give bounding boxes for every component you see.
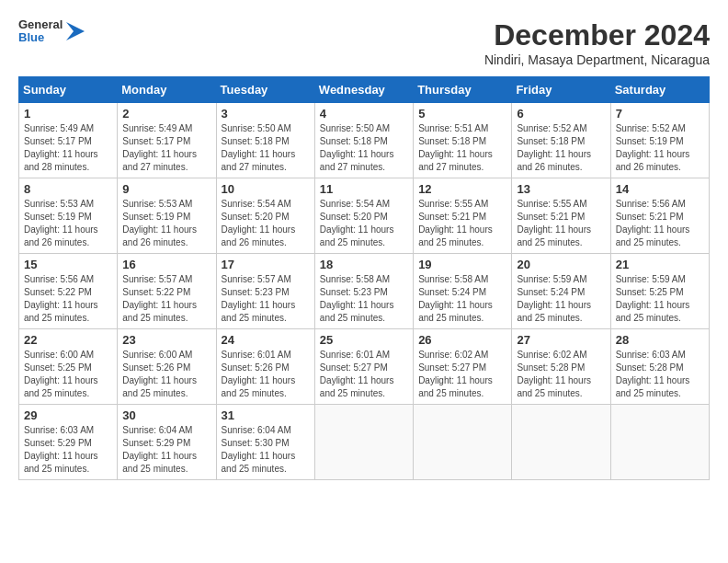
list-item	[414, 405, 512, 480]
day-info: Sunrise: 5:53 AM Sunset: 5:19 PM Dayligh…	[24, 198, 112, 249]
day-number: 22	[24, 333, 112, 347]
list-item: 26 Sunrise: 6:02 AM Sunset: 5:27 PM Dayl…	[414, 329, 512, 405]
logo: General Blue	[18, 18, 85, 45]
month-title: December 2024	[484, 18, 710, 52]
table-row: 29 Sunrise: 6:03 AM Sunset: 5:29 PM Dayl…	[19, 405, 710, 480]
list-item: 3 Sunrise: 5:50 AM Sunset: 5:18 PM Dayli…	[216, 103, 314, 178]
list-item: 31 Sunrise: 6:04 AM Sunset: 5:30 PM Dayl…	[216, 405, 314, 480]
day-info: Sunrise: 6:03 AM Sunset: 5:29 PM Dayligh…	[24, 424, 112, 476]
list-item: 9 Sunrise: 5:53 AM Sunset: 5:19 PM Dayli…	[118, 178, 216, 254]
day-info: Sunrise: 6:02 AM Sunset: 5:28 PM Dayligh…	[517, 349, 605, 400]
day-number: 31	[222, 408, 310, 422]
table-row: 8 Sunrise: 5:53 AM Sunset: 5:19 PM Dayli…	[19, 178, 710, 254]
col-tuesday: Tuesday	[216, 77, 314, 103]
day-info: Sunrise: 5:59 AM Sunset: 5:24 PM Dayligh…	[517, 273, 605, 325]
table-row: 1 Sunrise: 5:49 AM Sunset: 5:17 PM Dayli…	[19, 103, 710, 178]
list-item: 21 Sunrise: 5:59 AM Sunset: 5:25 PM Dayl…	[610, 254, 709, 329]
list-item: 6 Sunrise: 5:52 AM Sunset: 5:18 PM Dayli…	[512, 103, 610, 178]
day-info: Sunrise: 5:57 AM Sunset: 5:23 PM Dayligh…	[222, 273, 310, 325]
list-item: 23 Sunrise: 6:00 AM Sunset: 5:26 PM Dayl…	[118, 329, 216, 405]
day-info: Sunrise: 5:50 AM Sunset: 5:18 PM Dayligh…	[222, 122, 310, 174]
list-item: 4 Sunrise: 5:50 AM Sunset: 5:18 PM Dayli…	[314, 103, 413, 178]
day-info: Sunrise: 5:59 AM Sunset: 5:25 PM Dayligh…	[616, 273, 704, 325]
list-item: 24 Sunrise: 6:01 AM Sunset: 5:26 PM Dayl…	[216, 329, 314, 405]
list-item: 30 Sunrise: 6:04 AM Sunset: 5:29 PM Dayl…	[118, 405, 216, 480]
day-number: 12	[418, 182, 506, 196]
table-row: 22 Sunrise: 6:00 AM Sunset: 5:25 PM Dayl…	[19, 329, 710, 405]
list-item: 8 Sunrise: 5:53 AM Sunset: 5:19 PM Dayli…	[19, 178, 118, 254]
list-item: 20 Sunrise: 5:59 AM Sunset: 5:24 PM Dayl…	[512, 254, 610, 329]
logo-general: General	[18, 18, 63, 31]
day-number: 1	[24, 107, 112, 121]
day-number: 24	[222, 333, 310, 347]
location: Nindiri, Masaya Department, Nicaragua	[484, 52, 710, 67]
list-item: 16 Sunrise: 5:57 AM Sunset: 5:22 PM Dayl…	[118, 254, 216, 329]
list-item: 18 Sunrise: 5:58 AM Sunset: 5:23 PM Dayl…	[314, 254, 413, 329]
calendar-header-row: Sunday Monday Tuesday Wednesday Thursday…	[19, 77, 710, 103]
list-item: 10 Sunrise: 5:54 AM Sunset: 5:20 PM Dayl…	[216, 178, 314, 254]
col-thursday: Thursday	[414, 77, 512, 103]
day-number: 13	[517, 182, 605, 196]
day-number: 10	[222, 182, 310, 196]
day-info: Sunrise: 5:55 AM Sunset: 5:21 PM Dayligh…	[418, 198, 506, 249]
day-info: Sunrise: 6:03 AM Sunset: 5:28 PM Dayligh…	[616, 349, 704, 400]
day-number: 7	[616, 107, 704, 121]
list-item	[314, 405, 413, 480]
day-number: 18	[320, 258, 408, 271]
day-number: 26	[418, 333, 506, 347]
list-item: 17 Sunrise: 5:57 AM Sunset: 5:23 PM Dayl…	[216, 254, 314, 329]
page-header: General Blue December 2024 Nindiri, Masa…	[18, 18, 710, 67]
day-info: Sunrise: 6:00 AM Sunset: 5:25 PM Dayligh…	[24, 349, 112, 400]
list-item: 14 Sunrise: 5:56 AM Sunset: 5:21 PM Dayl…	[610, 178, 709, 254]
day-number: 30	[122, 408, 210, 422]
day-info: Sunrise: 5:50 AM Sunset: 5:18 PM Dayligh…	[320, 122, 408, 174]
list-item: 1 Sunrise: 5:49 AM Sunset: 5:17 PM Dayli…	[19, 103, 118, 178]
svg-marker-0	[66, 22, 85, 40]
calendar-table: Sunday Monday Tuesday Wednesday Thursday…	[18, 76, 710, 480]
day-number: 14	[616, 182, 704, 196]
list-item: 19 Sunrise: 5:58 AM Sunset: 5:24 PM Dayl…	[414, 254, 512, 329]
day-number: 23	[122, 333, 210, 347]
day-number: 19	[418, 258, 506, 271]
day-info: Sunrise: 5:57 AM Sunset: 5:22 PM Dayligh…	[122, 273, 210, 325]
day-number: 2	[122, 107, 210, 121]
list-item: 25 Sunrise: 6:01 AM Sunset: 5:27 PM Dayl…	[314, 329, 413, 405]
col-sunday: Sunday	[19, 77, 118, 103]
day-info: Sunrise: 5:49 AM Sunset: 5:17 PM Dayligh…	[24, 122, 112, 174]
day-number: 15	[24, 258, 112, 271]
table-row: 15 Sunrise: 5:56 AM Sunset: 5:22 PM Dayl…	[19, 254, 710, 329]
day-number: 21	[616, 258, 704, 271]
day-info: Sunrise: 5:52 AM Sunset: 5:18 PM Dayligh…	[517, 122, 605, 174]
day-info: Sunrise: 5:56 AM Sunset: 5:22 PM Dayligh…	[24, 273, 112, 325]
logo-text: General Blue	[18, 18, 63, 45]
list-item: 22 Sunrise: 6:00 AM Sunset: 5:25 PM Dayl…	[19, 329, 118, 405]
day-info: Sunrise: 6:01 AM Sunset: 5:26 PM Dayligh…	[222, 349, 310, 400]
list-item: 27 Sunrise: 6:02 AM Sunset: 5:28 PM Dayl…	[512, 329, 610, 405]
list-item	[610, 405, 709, 480]
day-info: Sunrise: 6:04 AM Sunset: 5:30 PM Dayligh…	[222, 424, 310, 476]
list-item: 12 Sunrise: 5:55 AM Sunset: 5:21 PM Dayl…	[414, 178, 512, 254]
day-number: 29	[24, 408, 112, 422]
col-wednesday: Wednesday	[314, 77, 413, 103]
day-number: 8	[24, 182, 112, 196]
list-item: 29 Sunrise: 6:03 AM Sunset: 5:29 PM Dayl…	[19, 405, 118, 480]
day-info: Sunrise: 5:55 AM Sunset: 5:21 PM Dayligh…	[517, 198, 605, 249]
list-item: 5 Sunrise: 5:51 AM Sunset: 5:18 PM Dayli…	[414, 103, 512, 178]
title-section: December 2024 Nindiri, Masaya Department…	[484, 18, 710, 67]
day-number: 17	[222, 258, 310, 271]
day-info: Sunrise: 5:53 AM Sunset: 5:19 PM Dayligh…	[122, 198, 210, 249]
day-number: 5	[418, 107, 506, 121]
day-info: Sunrise: 5:54 AM Sunset: 5:20 PM Dayligh…	[222, 198, 310, 249]
day-info: Sunrise: 6:02 AM Sunset: 5:27 PM Dayligh…	[418, 349, 506, 400]
list-item: 28 Sunrise: 6:03 AM Sunset: 5:28 PM Dayl…	[610, 329, 709, 405]
day-info: Sunrise: 5:54 AM Sunset: 5:20 PM Dayligh…	[320, 198, 408, 249]
col-monday: Monday	[118, 77, 216, 103]
day-info: Sunrise: 5:51 AM Sunset: 5:18 PM Dayligh…	[418, 122, 506, 174]
day-number: 20	[517, 258, 605, 271]
day-info: Sunrise: 5:52 AM Sunset: 5:19 PM Dayligh…	[616, 122, 704, 174]
col-saturday: Saturday	[610, 77, 709, 103]
day-number: 6	[517, 107, 605, 121]
logo-blue: Blue	[18, 31, 63, 44]
day-info: Sunrise: 5:56 AM Sunset: 5:21 PM Dayligh…	[616, 198, 704, 249]
day-number: 11	[320, 182, 408, 196]
